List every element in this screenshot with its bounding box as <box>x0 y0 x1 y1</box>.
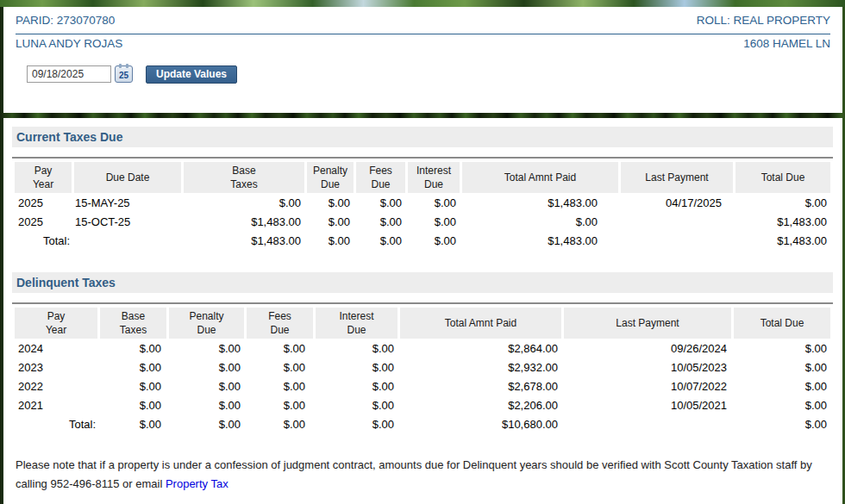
column-header: Penalty Due <box>307 162 354 193</box>
note-text: Please note that if a property is under … <box>16 458 812 490</box>
table-row: 2024 $.00 $.00 $.00 $.00 $2,864.00 09/26… <box>15 339 830 358</box>
table-cell: $.00 <box>100 414 166 433</box>
table-cell: $.00 <box>316 358 397 376</box>
table-cell: $.00 <box>735 193 830 212</box>
property-header-panel: PARID: 273070780 ROLL: REAL PROPERTY LUN… <box>3 7 842 113</box>
column-header: Base Taxes <box>100 308 166 339</box>
calendar-icon[interactable]: 25 <box>115 65 133 83</box>
table-cell: $.00 <box>247 395 313 414</box>
page-background: PARID: 273070780 ROLL: REAL PROPERTY LUN… <box>0 0 845 504</box>
table-cell: $.00 <box>734 376 830 395</box>
table-cell: $.00 <box>316 414 397 433</box>
table-cell: Total: <box>15 231 72 250</box>
table-cell: $.00 <box>462 212 618 231</box>
column-header: Total Amnt Paid <box>462 162 618 193</box>
table-cell: 10/05/2023 <box>564 358 731 376</box>
table-row: 2025 15-OCT-25 $1,483.00 $.00 $.00 $.00 … <box>15 212 830 231</box>
table-cell: $1,483.00 <box>735 231 830 250</box>
table-cell: $.00 <box>734 358 830 376</box>
table-cell: $.00 <box>356 212 405 231</box>
table-cell <box>621 231 733 250</box>
table-header-row: Pay Year Due Date Base Taxes Penalty Due… <box>15 162 830 193</box>
column-header: Total Due <box>735 162 830 193</box>
section-divider-line <box>12 302 833 304</box>
column-header: Last Payment <box>621 162 733 193</box>
column-header: Pay Year <box>15 308 97 339</box>
table-row: 2021 $.00 $.00 $.00 $.00 $2,206.00 10/05… <box>15 395 830 414</box>
table-cell: $1,483.00 <box>735 212 830 231</box>
table-cell: $.00 <box>169 358 244 376</box>
current-taxes-table: Pay Year Due Date Base Taxes Penalty Due… <box>12 162 833 250</box>
table-cell: $.00 <box>316 339 397 358</box>
table-row: 2025 15-MAY-25 $.00 $.00 $.00 $.00 $1,48… <box>15 193 830 212</box>
table-cell: $.00 <box>100 339 166 358</box>
table-cell: $.00 <box>184 193 304 212</box>
table-cell: $.00 <box>100 358 166 376</box>
table-cell: $.00 <box>307 193 354 212</box>
table-header-row: Pay Year Base Taxes Penalty Due Fees Due… <box>15 308 830 339</box>
table-cell: $1,483.00 <box>184 212 304 231</box>
table-cell: 2025 <box>15 212 72 231</box>
table-cell: 15-OCT-25 <box>74 212 181 231</box>
table-cell: $1,483.00 <box>462 193 618 212</box>
table-cell: $.00 <box>169 414 244 433</box>
table-cell: 10/07/2022 <box>564 376 731 395</box>
column-header: Pay Year <box>15 162 72 193</box>
table-cell: $.00 <box>307 212 354 231</box>
taxes-panel: Current Taxes Due Pay Year Due Date Base… <box>3 118 842 504</box>
owner-name: LUNA ANDY ROJAS <box>16 36 122 51</box>
table-cell: 2024 <box>15 339 97 358</box>
table-cell: $2,864.00 <box>400 339 561 358</box>
delinquent-taxes-table: Pay Year Base Taxes Penalty Due Fees Due… <box>12 308 833 433</box>
table-cell: 2021 <box>15 395 97 414</box>
column-header: Interest Due <box>316 308 397 339</box>
table-cell: $.00 <box>169 395 244 414</box>
table-cell: 2022 <box>15 376 97 395</box>
column-header: Interest Due <box>408 162 460 193</box>
update-values-button[interactable]: Update Values <box>146 65 237 84</box>
table-cell: $.00 <box>408 212 460 231</box>
table-cell: $.00 <box>316 376 397 395</box>
table-cell: $.00 <box>100 395 166 414</box>
column-header: Last Payment <box>564 308 731 339</box>
table-cell: $.00 <box>247 414 313 433</box>
tree-banner-image <box>0 0 845 7</box>
owner-address-row: LUNA ANDY ROJAS 1608 HAMEL LN <box>16 34 830 51</box>
table-cell: $.00 <box>169 376 244 395</box>
table-cell: Total: <box>15 414 97 433</box>
table-cell: 15-MAY-25 <box>74 193 181 212</box>
table-row: 2022 $.00 $.00 $.00 $.00 $2,678.00 10/07… <box>15 376 830 395</box>
parid-label: PARID: 273070780 <box>16 13 115 28</box>
column-header: Fees Due <box>356 162 405 193</box>
table-cell: $1,483.00 <box>462 231 618 250</box>
property-tax-link[interactable]: Property Tax <box>166 477 228 490</box>
calendar-day-label: 25 <box>119 71 128 80</box>
parcel-id-row: PARID: 273070780 ROLL: REAL PROPERTY <box>16 13 830 34</box>
table-cell: $.00 <box>356 193 405 212</box>
table-cell <box>621 212 733 231</box>
date-controls: 25 Update Values <box>27 65 830 84</box>
table-cell: 09/26/2024 <box>564 339 731 358</box>
table-cell: $.00 <box>356 231 405 250</box>
table-cell: $.00 <box>169 339 244 358</box>
section-divider-line <box>12 157 833 159</box>
date-input[interactable] <box>27 65 111 83</box>
property-address: 1608 HAMEL LN <box>743 36 830 51</box>
roll-label: ROLL: REAL PROPERTY <box>697 13 830 28</box>
table-cell <box>74 231 181 250</box>
table-cell: $1,483.00 <box>184 231 304 250</box>
table-cell: $2,678.00 <box>400 376 561 395</box>
table-cell: $.00 <box>247 339 313 358</box>
table-cell: $.00 <box>408 193 460 212</box>
column-header: Total Amnt Paid <box>400 308 561 339</box>
table-cell: $.00 <box>734 395 830 414</box>
table-cell: $2,932.00 <box>400 358 561 376</box>
column-header: Total Due <box>734 308 830 339</box>
column-header: Fees Due <box>247 308 313 339</box>
column-header: Penalty Due <box>169 308 244 339</box>
table-cell: $.00 <box>316 395 397 414</box>
table-total-row: Total: $.00 $.00 $.00 $.00 $10,680.00 $.… <box>15 414 830 433</box>
table-cell: $.00 <box>734 414 830 433</box>
table-cell: $.00 <box>408 231 460 250</box>
table-cell <box>564 414 731 433</box>
